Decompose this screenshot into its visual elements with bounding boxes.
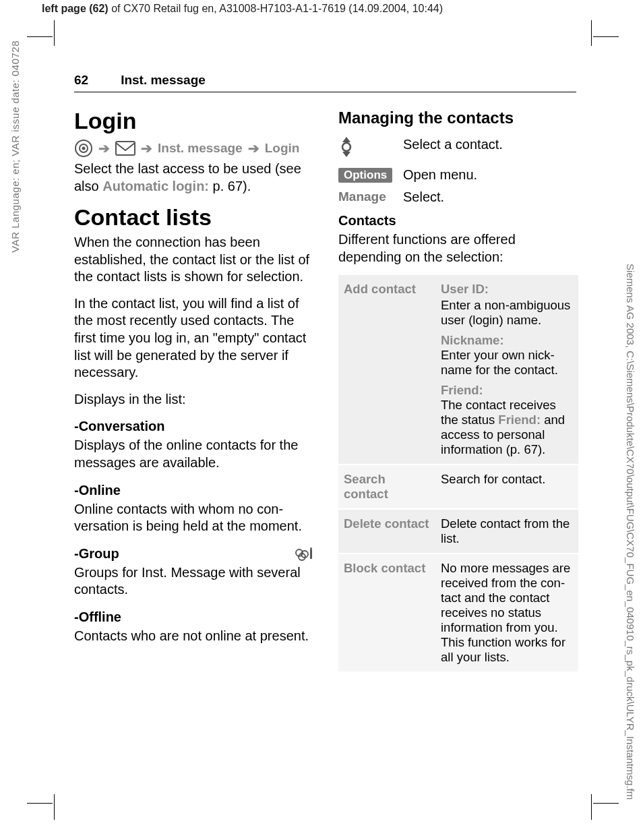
- functions-table: Add contact User ID: Enter a non-ambiguo…: [338, 275, 578, 673]
- crop-mark: [593, 36, 619, 37]
- paragraph: When the connection has been established…: [74, 234, 314, 286]
- login-paragraph: Select the last access to be used (see a…: [74, 160, 314, 195]
- subhead-conversation: -Conversation: [74, 419, 314, 434]
- joystick-icon: [338, 137, 355, 157]
- paragraph: Displays of the online contacts for the …: [74, 437, 314, 471]
- paragraph: Online contacts with whom no con­versati…: [74, 501, 314, 535]
- arrow-icon: ➔: [248, 140, 259, 156]
- page: left page (62) of CX70 Retail fug en, A3…: [0, 0, 643, 840]
- row-content: No more messages are received from the c…: [435, 553, 578, 672]
- print-header-rest: of CX70 Retail fug en, A31008-H7103-A1-1…: [109, 3, 443, 14]
- running-title: Inst. message: [121, 73, 206, 88]
- step-key: Manage: [338, 189, 403, 204]
- row-label: Delete contact: [338, 509, 435, 553]
- side-text-left: VAR Language: en; VAR issue date: 040728: [9, 40, 21, 253]
- column-left: Login ➔ ➔ Inst. message ➔ Login Select t…: [74, 109, 314, 673]
- svg-point-2: [82, 147, 86, 150]
- group-icon: [294, 547, 314, 561]
- field-text: The contact receives the status Friend: …: [441, 398, 565, 456]
- subhead-group: -Group: [74, 546, 314, 562]
- paragraph: In the contact list, you will find a lis…: [74, 295, 314, 382]
- arrow-icon: ➔: [98, 140, 110, 156]
- softkey-cell: Options: [338, 167, 403, 183]
- print-header: left page (62) of CX70 Retail fug en, A3…: [42, 3, 443, 15]
- center-key-icon: [74, 139, 93, 158]
- crop-mark: [591, 794, 592, 820]
- envelope-icon: [115, 141, 135, 156]
- field-heading: Friend:: [441, 383, 573, 398]
- crop-mark: [593, 803, 619, 804]
- crop-mark: [27, 803, 53, 804]
- subhead-online: -Online: [74, 483, 314, 498]
- row-label: Block contact: [338, 553, 435, 672]
- field-heading: User ID:: [441, 282, 573, 297]
- row-content: Search for contact.: [435, 464, 578, 509]
- steps-list: Select a contact. Options Open menu. Man…: [338, 137, 578, 205]
- column-right: Managing the contacts Select a contact. …: [338, 109, 578, 673]
- field-heading: Nickname:: [441, 333, 573, 348]
- page-number: 62: [74, 73, 88, 88]
- field-text: Enter a non-ambiguous user (login) name.: [441, 298, 570, 327]
- text: -Group: [74, 546, 119, 561]
- heading-managing-contacts: Managing the contacts: [338, 109, 578, 127]
- heading-contact-lists: Contact lists: [74, 205, 314, 230]
- svg-point-8: [310, 547, 312, 549]
- row-label: Add contact: [338, 275, 435, 464]
- table-row: Block contact No more messages are recei…: [338, 553, 578, 672]
- row-label: Search contact: [338, 464, 435, 509]
- svg-marker-9: [342, 137, 350, 142]
- crop-mark: [591, 20, 592, 46]
- table-row: Search contact Search for contact.: [338, 464, 578, 509]
- columns: Login ➔ ➔ Inst. message ➔ Login Select t…: [74, 109, 586, 673]
- svg-marker-11: [342, 152, 350, 157]
- text-bold: Automatic login:: [102, 179, 209, 193]
- svg-point-10: [342, 143, 350, 151]
- paragraph: Displays in the list:: [74, 391, 314, 409]
- text: p. 67).: [209, 179, 251, 193]
- svg-rect-3: [116, 142, 135, 155]
- svg-rect-7: [310, 549, 312, 559]
- nav-path: ➔ ➔ Inst. message ➔ Login: [74, 139, 314, 158]
- crop-mark: [54, 20, 55, 46]
- paragraph: Different functions are offered dependin…: [338, 231, 578, 266]
- softkey-options: Options: [338, 168, 392, 183]
- step-text: Select.: [403, 189, 578, 205]
- subhead-contacts: Contacts: [338, 213, 578, 229]
- paragraph: Groups for Inst. Message with sev­eral c…: [74, 564, 314, 599]
- heading-login: Login: [74, 109, 314, 133]
- crop-mark: [27, 36, 53, 37]
- table-row: Delete contact Delete contact from the l…: [338, 509, 578, 553]
- side-text-right: Siemens AG 2003, C:\Siemens\Produkte\CX7…: [625, 264, 636, 800]
- paragraph: Contacts who are not online at present.: [74, 628, 314, 645]
- row-content: Delete contact from the list.: [435, 509, 578, 553]
- content-area: 62 Inst. message Login ➔ ➔ Inst. message: [74, 73, 586, 673]
- arrow-icon: ➔: [141, 140, 152, 156]
- joystick-icon-cell: [338, 137, 403, 160]
- table-row: Add contact User ID: Enter a non-ambiguo…: [338, 275, 578, 464]
- print-header-bold: left page (62): [42, 3, 109, 14]
- step-text: Open menu.: [403, 167, 578, 183]
- running-head: 62 Inst. message: [74, 73, 576, 92]
- step-key-label: Manage: [338, 189, 386, 204]
- crop-mark: [54, 794, 55, 820]
- field-text: Enter your own nick­name for the contact…: [441, 348, 558, 377]
- nav-inst-message: Inst. message: [158, 141, 243, 156]
- subhead-offline: -Offline: [74, 609, 314, 625]
- row-content: User ID: Enter a non-ambiguous user (log…: [435, 275, 578, 464]
- nav-login: Login: [265, 141, 300, 156]
- step-text: Select a contact.: [403, 137, 578, 152]
